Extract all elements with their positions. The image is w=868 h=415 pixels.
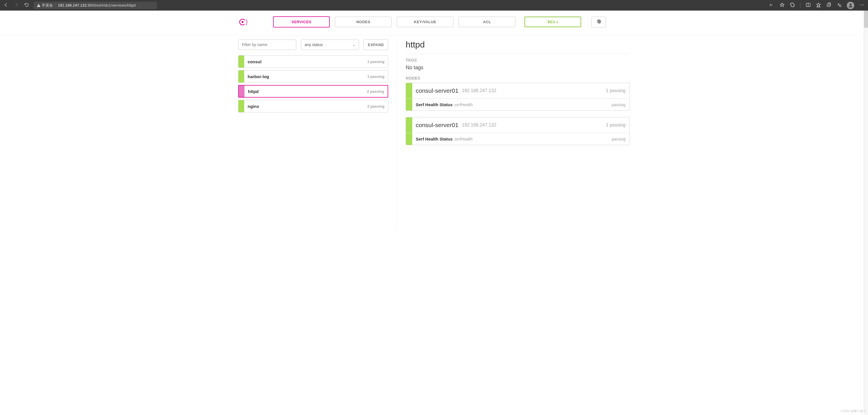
svg-point-19 [246, 24, 247, 25]
divider [406, 54, 630, 54]
star-icon[interactable] [779, 2, 785, 8]
insecure-warning: 不安全 [37, 3, 53, 8]
check-status: passing [612, 137, 625, 141]
tags-label: TAGS [406, 58, 630, 62]
service-list: consul 1 passing harbor-log 1 passing ht… [238, 55, 388, 113]
service-item-nginx[interactable]: nginx 2 passing [238, 100, 388, 113]
service-name: httpd [248, 89, 258, 94]
chevron-down-icon: ▾ [557, 21, 558, 24]
collections-icon[interactable] [826, 2, 831, 8]
svg-point-12 [862, 4, 862, 5]
datacenter-label: DC1 [548, 20, 555, 24]
service-count: 2 passing [367, 89, 384, 94]
no-tags-text: No tags [406, 65, 630, 71]
service-name: consul [248, 59, 261, 64]
performance-icon[interactable] [837, 2, 842, 8]
node-name: consul-server01 [416, 87, 458, 94]
service-item-consul[interactable]: consul 1 passing [238, 55, 388, 68]
service-name: harbor-log [248, 74, 269, 79]
svg-point-15 [242, 21, 244, 23]
more-icon[interactable] [860, 2, 865, 8]
nodes-label: NODES [406, 76, 630, 81]
check-id: serfHealth [454, 137, 473, 141]
node-name: consul-server01 [416, 122, 458, 128]
svg-point-9 [840, 6, 842, 7]
service-count: 1 passing [367, 60, 384, 64]
settings-button[interactable] [591, 17, 606, 28]
split-screen-icon[interactable] [806, 2, 811, 8]
svg-point-17 [247, 21, 247, 22]
svg-rect-0 [38, 5, 39, 6]
scrollbar-thumb[interactable] [864, 10, 868, 28]
read-aloud-icon[interactable]: A⁾ [769, 2, 774, 8]
address-separator [55, 3, 56, 8]
scrollbar-track[interactable] [864, 10, 868, 230]
url-text: 192.168.247.132:8500/ui/#/dc1/services/h… [58, 3, 136, 7]
status-select[interactable]: any status ⌄ [301, 39, 359, 50]
filter-input[interactable] [238, 39, 296, 50]
check-name: Serf Health Status [416, 102, 453, 107]
status-bar [406, 99, 412, 110]
service-name: nginx [248, 104, 259, 109]
node-card[interactable]: consul-server01 192.168.247.132 1 passin… [406, 117, 630, 145]
status-bar [406, 117, 412, 133]
check-status: passing [612, 102, 625, 107]
refresh-icon[interactable] [24, 2, 29, 8]
extensions-icon[interactable] [790, 2, 795, 8]
svg-point-18 [247, 22, 247, 23]
nav-keyvalue[interactable]: KEY/VALUE [397, 17, 454, 27]
consul-logo-icon[interactable] [238, 17, 248, 27]
service-item-harbor-log[interactable]: harbor-log 1 passing [238, 70, 388, 83]
status-bar [239, 86, 245, 97]
svg-point-13 [863, 4, 864, 5]
favorites-icon[interactable] [816, 2, 821, 8]
node-ip: 192.168.247.132 [462, 123, 496, 128]
status-bar [239, 70, 244, 83]
svg-point-10 [850, 4, 851, 5]
check-name: Serf Health Status [416, 136, 453, 141]
service-count: 1 passing [367, 74, 384, 79]
address-bar[interactable]: 不安全 192.168.247.132:8500/ui/#/dc1/servic… [34, 2, 157, 9]
forward-icon [14, 2, 19, 8]
chevron-down-icon: ⌄ [352, 43, 355, 46]
status-bar [239, 56, 244, 68]
svg-rect-1 [38, 6, 39, 6]
datacenter-dropdown[interactable]: DC1 ▾ [524, 17, 581, 27]
node-ip: 192.168.247.132 [462, 88, 496, 93]
expand-button[interactable]: EXPAND [364, 39, 388, 50]
status-bar [406, 133, 412, 145]
node-passing: 1 passing [606, 88, 626, 93]
status-bar [239, 100, 244, 112]
profile-avatar[interactable] [847, 2, 854, 9]
node-card[interactable]: consul-server01 192.168.247.132 1 passin… [406, 83, 630, 111]
browser-toolbar: 不安全 192.168.247.132:8500/ui/#/dc1/servic… [0, 0, 868, 10]
service-item-httpd[interactable]: httpd 2 passing [238, 85, 388, 98]
status-select-label: any status [305, 42, 323, 47]
back-icon[interactable] [3, 2, 8, 8]
nav-acl[interactable]: ACL [459, 17, 515, 27]
service-title: httpd [406, 40, 630, 50]
svg-text:A⁾: A⁾ [770, 3, 773, 6]
svg-point-16 [246, 20, 247, 20]
gear-icon [596, 19, 601, 26]
insecure-label: 不安全 [42, 3, 53, 8]
nav-nodes[interactable]: NODES [335, 17, 392, 27]
nav-services[interactable]: SERVICES [273, 16, 330, 28]
status-bar [406, 83, 412, 98]
service-count: 2 passing [367, 104, 384, 108]
node-passing: 1 passing [606, 123, 626, 128]
check-id: serfHealth [454, 102, 473, 107]
svg-point-11 [860, 4, 861, 5]
main-nav: SERVICES NODES KEY/VALUE ACL DC1 ▾ [234, 10, 634, 35]
